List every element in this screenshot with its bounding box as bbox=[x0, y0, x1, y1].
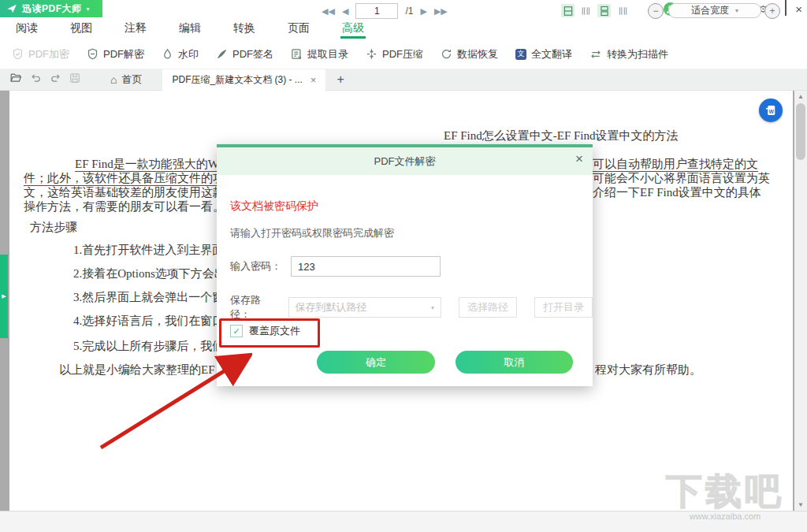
dialog-instruction-text: 请输入打开密码或权限密码完成解密 bbox=[230, 226, 394, 240]
toolbar-pdf-sign[interactable]: PDF签名 bbox=[216, 47, 273, 61]
dialog-warning-text: 该文档被密码保护 bbox=[230, 199, 318, 214]
scrollbar-thumb[interactable] bbox=[796, 103, 805, 160]
previous-page-button[interactable]: ◀ bbox=[342, 7, 348, 16]
pdf-to-word-button[interactable]: W bbox=[759, 99, 783, 122]
open-file-icon[interactable] bbox=[9, 73, 22, 87]
document-tab-bar: ⌂ 首页 PDF压缩_新建文本文档 (3) - ... × + bbox=[0, 69, 807, 91]
doc-text-line: 可能会不小心将界面语言设置为英 bbox=[593, 171, 790, 186]
caret-down-icon: ▾ bbox=[735, 7, 738, 14]
tab-advanced[interactable]: 高级 bbox=[340, 18, 366, 39]
tab-document-active[interactable]: PDF压缩_新建文本文档 (3) - ... × bbox=[162, 69, 325, 91]
layout-single-page-button[interactable] bbox=[561, 4, 575, 17]
choose-path-button[interactable]: 选择路径 bbox=[459, 297, 517, 318]
status-bar bbox=[0, 511, 807, 532]
tab-annotate[interactable]: 注释 bbox=[123, 18, 148, 39]
toolbar-convert-scan[interactable]: 转换为扫描件 bbox=[589, 47, 668, 61]
menu-tab-bar: 阅读 视图 注释 编辑 转换 页面 高级 bbox=[0, 17, 807, 39]
advanced-toolbar: PDF加密 PDF解密 水印 PDF签名 提取目录 PDF压缩 数据恢复 bbox=[0, 39, 807, 69]
tab-read[interactable]: 阅读 bbox=[14, 18, 39, 39]
annotation-arrow bbox=[83, 348, 252, 452]
shield-minus-icon bbox=[87, 48, 99, 60]
translate-icon: 文 bbox=[515, 49, 526, 60]
tab-edit[interactable]: 编辑 bbox=[177, 18, 203, 39]
annotation-highlight-rect bbox=[219, 318, 320, 348]
shield-check-icon bbox=[12, 48, 24, 60]
undo-icon[interactable] bbox=[30, 73, 42, 87]
pdf-decrypt-dialog: PDF文件解密 × 该文档被密码保护 请输入打开密码或权限密码完成解密 输入密码… bbox=[217, 144, 593, 386]
tab-home[interactable]: ⌂ 首页 bbox=[90, 73, 162, 87]
doc-text-line: 操作方法，有需要的朋友可以看一看。 bbox=[24, 199, 217, 214]
scroll-up-icon[interactable]: ▲ bbox=[794, 91, 807, 102]
feather-pen-icon bbox=[216, 48, 228, 60]
redo-icon[interactable] bbox=[50, 73, 61, 87]
toolbar-pdf-compress[interactable]: PDF压缩 bbox=[366, 47, 423, 61]
caret-down-icon: ▾ bbox=[431, 304, 434, 311]
app-logo[interactable]: 迅读PDF大师 ▾ bbox=[0, 0, 102, 17]
ok-button[interactable]: 确定 bbox=[317, 351, 435, 374]
new-tab-button[interactable]: + bbox=[325, 73, 355, 87]
paper-plane-icon bbox=[6, 3, 17, 14]
expand-arrow-icon: ▶ bbox=[2, 293, 6, 299]
vertical-scrollbar[interactable]: ▲ ▼ bbox=[794, 91, 807, 511]
toolbar-pdf-decrypt[interactable]: PDF解密 bbox=[87, 47, 144, 61]
doc-step: 2.接着在Options选项下方会出 bbox=[73, 266, 217, 281]
tab-page[interactable]: 页面 bbox=[286, 18, 311, 39]
save-icon[interactable] bbox=[69, 73, 80, 87]
doc-step: 3.然后界面上就会弹出一个窗口 bbox=[73, 290, 217, 305]
password-input[interactable] bbox=[291, 256, 441, 277]
tab-convert[interactable]: 转换 bbox=[232, 18, 257, 39]
doc-step: 4.选择好语言后，我们在窗口底 bbox=[73, 314, 217, 329]
zoom-level-select[interactable]: 适合宽度 ▾ bbox=[668, 3, 761, 18]
doc-tab-title: PDF压缩_新建文本文档 (3) - ... bbox=[172, 73, 302, 87]
zoom-out-button[interactable]: − bbox=[648, 3, 664, 19]
scroll-down-icon[interactable]: ▼ bbox=[794, 499, 807, 511]
toolbar-extract-toc[interactable]: 提取目录 bbox=[291, 47, 348, 61]
maximize-button[interactable] bbox=[785, 2, 787, 16]
home-icon: ⌂ bbox=[110, 73, 117, 86]
layout-two-page-continuous-button[interactable] bbox=[615, 4, 629, 17]
data-recovery-icon bbox=[441, 48, 452, 60]
doc-text-line: 件；此外，该软件还具备压缩文件的功 bbox=[24, 171, 217, 186]
toolbar-full-translate[interactable]: 文 全文翻译 bbox=[515, 47, 572, 61]
zoom-in-button[interactable]: + bbox=[764, 3, 780, 19]
cancel-button[interactable]: 取消 bbox=[456, 351, 573, 374]
toolbar-watermark[interactable]: 水印 bbox=[162, 47, 199, 61]
toolbar-pdf-encrypt[interactable]: PDF加密 bbox=[12, 47, 69, 61]
tab-view[interactable]: 视图 bbox=[69, 18, 94, 39]
swap-arrows-icon bbox=[589, 49, 602, 60]
page-total-label: /1 bbox=[405, 6, 413, 17]
zoom-level-label: 适合宽度 bbox=[691, 4, 729, 17]
droplet-icon bbox=[162, 48, 173, 60]
dialog-header: PDF文件解密 bbox=[217, 147, 593, 175]
doc-title: EF Find怎么设置中文-EF Find设置中文的方法 bbox=[444, 128, 679, 143]
doc-text-line: 文，这给英语基础较差的朋友使用这款 bbox=[24, 185, 217, 200]
close-tab-icon[interactable]: × bbox=[311, 74, 317, 86]
doc-text-line: 可以自动帮助用户查找特定的文 bbox=[593, 157, 790, 172]
compress-icon bbox=[366, 48, 377, 60]
doc-step: 1.首先打开软件进入到主界面， bbox=[73, 243, 217, 258]
doc-text-line: EF Find是一款功能强大的Win bbox=[75, 157, 217, 172]
extract-toc-icon bbox=[291, 48, 303, 60]
doc-text-line: 介绍一下EF Find设置中文的具体 bbox=[593, 185, 790, 200]
app-name: 迅读PDF大师 bbox=[22, 2, 82, 16]
save-path-value: 保存到默认路径 bbox=[296, 300, 367, 314]
sidebar-expand-tab[interactable]: ▶ bbox=[0, 255, 8, 338]
app-menu-caret-icon[interactable]: ▾ bbox=[87, 6, 90, 13]
layout-two-page-button[interactable] bbox=[579, 4, 593, 17]
dialog-title: PDF文件解密 bbox=[374, 154, 436, 169]
page-number-input[interactable] bbox=[355, 3, 398, 19]
last-page-button[interactable]: ▶▶ bbox=[434, 7, 448, 16]
next-page-button[interactable]: ▶ bbox=[420, 7, 426, 16]
first-page-button[interactable]: ◀◀ bbox=[322, 7, 335, 16]
doc-text-line: 程对大家有所帮助。 bbox=[595, 363, 790, 378]
toolbar-data-recovery[interactable]: 数据恢复 bbox=[441, 47, 498, 61]
open-directory-button[interactable]: 打开目录 bbox=[534, 297, 593, 318]
password-label: 输入密码： bbox=[230, 259, 281, 273]
layout-continuous-button[interactable] bbox=[597, 4, 611, 17]
dialog-close-icon[interactable]: × bbox=[575, 152, 583, 166]
doc-section-heading: 方法步骤 bbox=[30, 220, 77, 235]
save-path-label: 保存路径： bbox=[230, 293, 279, 322]
save-path-select[interactable]: 保存到默认路径 ▾ bbox=[288, 297, 441, 318]
close-button[interactable]: × bbox=[795, 3, 802, 15]
